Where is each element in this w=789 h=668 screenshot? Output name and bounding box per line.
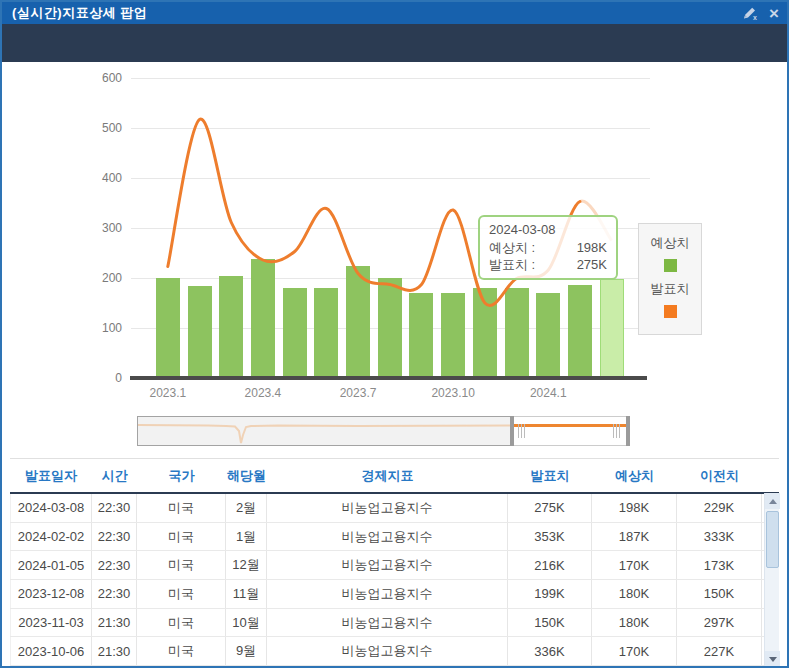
legend-swatch [664,259,677,272]
navigator-unselected-area[interactable] [137,416,512,446]
table-cell: 170K [592,637,677,665]
table-row[interactable]: 2024-02-0222:30미국1월비농업고용지수353K187K333K [10,523,779,552]
table-header-cell[interactable]: 이전치 [677,467,762,485]
chart-bar[interactable] [251,259,275,378]
table-cell: 1월 [226,523,267,551]
table-cell: 333K [677,523,762,551]
chart-tooltip: 2024-03-08 예상치 :198K발표치 :275K [478,215,618,280]
chart-bar[interactable] [409,293,433,378]
navigator-right-grip[interactable] [613,424,621,438]
chart-bar[interactable] [188,286,212,379]
chart-bar[interactable] [505,288,529,378]
tooltip-row: 발표치 :275K [489,256,607,273]
table-cell: 2023-10-06 [10,637,92,665]
chart-bar[interactable] [156,278,180,378]
table-cell: 미국 [137,551,226,579]
table-cell: 2024-02-02 [10,523,92,551]
table-cell: 비농업고용지수 [267,609,508,637]
table-cell: 180K [592,580,677,608]
chart-bar[interactable] [536,293,560,378]
table-cell: 2월 [226,494,267,522]
chart-bar[interactable] [378,278,402,378]
table-cell: 10월 [226,609,267,637]
table-cell: 297K [677,609,762,637]
table-header-cell[interactable]: 경제지표 [267,467,508,485]
table-header-cell[interactable]: 예상치 [592,467,677,485]
table-cell: 비농업고용지수 [267,637,508,665]
table-cell: 비농업고용지수 [267,494,508,522]
y-axis-tick: 100 [12,321,122,335]
table-cell: 229K [677,494,762,522]
table-cell: 미국 [137,580,226,608]
gridline [131,128,650,129]
scrollbar-thumb[interactable] [766,511,779,568]
table-body: 2024-03-0822:30미국2월비농업고용지수275K198K229K20… [10,494,779,666]
table-cell: 150K [677,580,762,608]
tooltip-date: 2024-03-08 [489,222,607,237]
navigator-left-handle[interactable] [510,416,514,446]
table-header-cell[interactable]: 국가 [137,467,226,485]
table-cell: 173K [677,551,762,579]
chart-legend[interactable]: 예상치발표치 [638,223,702,335]
window-title: (실시간)지표상세 팝업 [2,4,147,22]
table-scrollbar[interactable] [764,493,779,667]
table-header-cell[interactable]: 발표치 [508,467,592,485]
chart-bar[interactable] [600,279,624,378]
table-cell: 227K [677,637,762,665]
navigator-line [514,424,628,427]
table-cell: 22:30 [92,580,137,608]
table-cell: 2023-11-03 [10,609,92,637]
chart-bar[interactable] [219,276,243,379]
down-arrow-icon [769,657,777,662]
table-header-row: 발표일자시간국가해당월경제지표발표치예상치이전치 [10,459,779,494]
table-header-cell[interactable]: 시간 [92,467,137,485]
table-cell: 170K [592,551,677,579]
table-row[interactable]: 2024-03-0822:30미국2월비농업고용지수275K198K229K [10,494,779,523]
table-cell: 336K [508,637,592,665]
table-header-cell[interactable]: 해당월 [226,467,267,485]
chart-bar[interactable] [568,285,592,379]
table-cell: 150K [508,609,592,637]
table-row[interactable]: 2024-01-0522:30미국12월비농업고용지수216K170K173K [10,551,779,580]
title-bar[interactable]: (실시간)지표상세 팝업 x × [2,2,787,24]
table-cell: 비농업고용지수 [267,523,508,551]
table-row[interactable]: 2023-11-0321:30미국10월비농업고용지수150K180K297K [10,609,779,638]
legend-label: 예상치 [645,234,695,252]
table-row[interactable]: 2023-12-0822:30미국11월비농업고용지수199K180K150K [10,580,779,609]
x-axis-tick: 2023.1 [136,386,200,400]
table-cell: 미국 [137,637,226,665]
y-axis-tick: 0 [12,371,122,385]
scroll-down-button[interactable] [765,651,780,667]
chart-bar[interactable] [283,288,307,378]
table-cell: 198K [592,494,677,522]
x-axis-tick: 2023.4 [231,386,295,400]
table-cell: 2024-01-05 [10,551,92,579]
table-cell: 미국 [137,494,226,522]
table-cell: 비농업고용지수 [267,551,508,579]
chart-bar[interactable] [346,266,370,378]
table-cell: 미국 [137,609,226,637]
indicator-table: 발표일자시간국가해당월경제지표발표치예상치이전치 2024-03-0822:30… [10,458,779,667]
svg-text:x: x [753,14,757,21]
chart-bar[interactable] [473,288,497,378]
scroll-up-button[interactable] [765,493,780,509]
table-cell: 2024-03-08 [10,494,92,522]
gridline [131,178,650,179]
range-navigator[interactable] [137,416,630,446]
table-cell: 21:30 [92,609,137,637]
close-icon[interactable]: × [769,5,779,22]
navigator-left-grip[interactable] [518,424,526,438]
table-cell: 22:30 [92,523,137,551]
chart-bar[interactable] [314,288,338,378]
table-cell: 353K [508,523,592,551]
navigator-right-handle[interactable] [626,416,630,446]
table-row[interactable]: 2023-10-0621:30미국9월비농업고용지수336K170K227K [10,637,779,666]
chart-bar[interactable] [441,293,465,378]
table-cell: 12월 [226,551,267,579]
table-header-cell[interactable]: 발표일자 [10,467,92,485]
table-cell: 11월 [226,580,267,608]
table-cell: 9월 [226,637,267,665]
y-axis-tick: 400 [12,171,122,185]
pen-x-icon[interactable]: x [742,6,759,21]
y-axis-tick: 600 [12,71,122,85]
